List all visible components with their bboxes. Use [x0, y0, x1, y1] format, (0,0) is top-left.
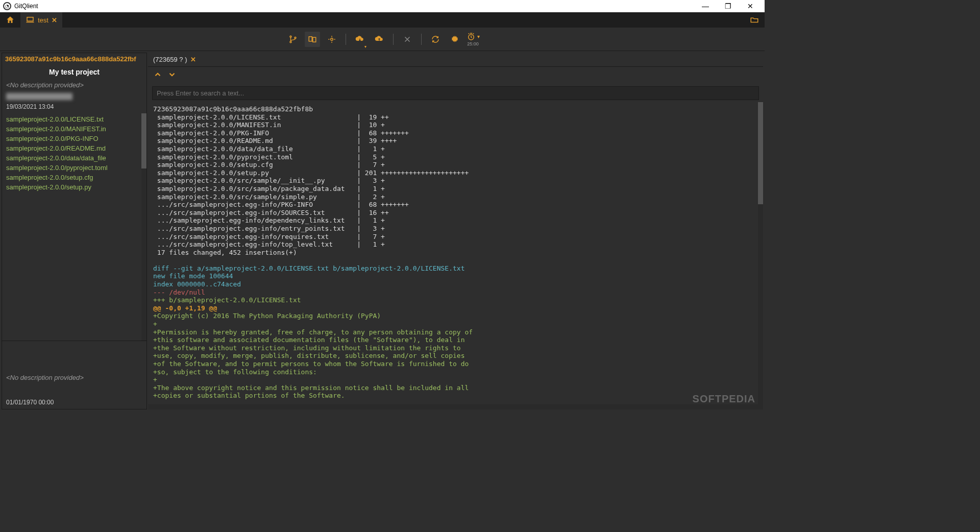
scrollbar-vertical[interactable] — [758, 102, 763, 404]
laptop-icon — [26, 15, 35, 25]
gear-icon — [450, 35, 459, 44]
next-diff-button[interactable] — [167, 70, 177, 81]
author-row — [2, 91, 146, 102]
file-item[interactable]: sampleproject-2.0.0/PKG-INFO — [2, 134, 146, 143]
author-blurred — [6, 93, 72, 100]
file-item[interactable]: sampleproject-2.0.0/data/data_file — [2, 153, 146, 163]
maximize-button[interactable]: ❐ — [717, 0, 739, 12]
commit-hash: 365923087a91c9b16c9aaa66c888da522fbf — [2, 53, 146, 65]
tab-label: test — [38, 16, 48, 24]
diff-tab-close[interactable]: ✕ — [190, 56, 196, 63]
cloud-up-icon — [375, 35, 384, 44]
pomodoro-time: 25:00 — [467, 41, 479, 46]
cloud-down-icon — [355, 35, 364, 44]
svg-rect-0 — [27, 17, 33, 21]
file-item[interactable]: sampleproject-2.0.0/setup.py — [2, 182, 146, 192]
file-list[interactable]: sampleproject-2.0.0/LICENSE.txtsamplepro… — [2, 113, 146, 341]
settings-button[interactable] — [447, 32, 462, 47]
project-description: <No description provided> — [2, 79, 146, 91]
diff-button[interactable] — [305, 32, 320, 47]
scrollbar-thumb[interactable] — [758, 102, 763, 204]
tools-button[interactable] — [400, 32, 415, 47]
home-button[interactable] — [0, 12, 20, 28]
commit-date: 19/03/2021 13:04 — [2, 102, 146, 113]
branch-icon — [288, 35, 298, 44]
chevron-down-icon — [167, 70, 177, 79]
pomodoro-widget[interactable]: ▾ 25:00 — [467, 32, 480, 46]
scrollbar-thumb[interactable] — [141, 113, 146, 168]
main-panel: (723659 ? ) ✕ 72365923087a91c9b16c9aaa66… — [148, 53, 763, 409]
svg-rect-4 — [309, 36, 312, 41]
pull-button[interactable]: ▾ — [352, 32, 368, 47]
watermark: SOFTPEDIA — [693, 393, 755, 405]
sidebar: 365923087a91c9b16c9aaa66c888da522fbf My … — [2, 53, 147, 409]
svg-point-6 — [330, 38, 333, 40]
target-icon — [327, 35, 336, 44]
tools-icon — [403, 35, 412, 44]
minimize-button[interactable]: — — [694, 0, 717, 12]
tab-close-button[interactable]: ✕ — [52, 16, 57, 24]
diff-tab: (723659 ? ) ✕ — [148, 53, 763, 67]
file-item[interactable]: sampleproject-2.0.0/MANIFEST.in — [2, 124, 146, 134]
push-button[interactable] — [372, 32, 387, 47]
svg-point-3 — [295, 37, 296, 38]
folder-open-icon — [750, 15, 759, 25]
app-icon: ◔ — [3, 2, 11, 10]
svg-point-2 — [290, 41, 291, 42]
file-item[interactable]: sampleproject-2.0.0/LICENSE.txt — [2, 114, 146, 124]
home-icon — [6, 15, 15, 25]
close-button[interactable]: ✕ — [739, 0, 762, 12]
file-item[interactable]: sampleproject-2.0.0/pyproject.toml — [2, 163, 146, 173]
bottom-date: 01/01/1970 00:00 — [2, 398, 146, 409]
scrollbar[interactable] — [141, 113, 146, 341]
clock-icon — [467, 32, 476, 41]
diff-tab-label: (723659 ? ) — [153, 56, 187, 63]
diff-icon — [308, 35, 317, 44]
separator — [393, 34, 394, 45]
prev-diff-button[interactable] — [153, 70, 162, 81]
svg-rect-5 — [312, 37, 315, 42]
blame-button[interactable] — [324, 32, 339, 47]
project-name: My test project — [2, 65, 146, 79]
svg-point-1 — [290, 36, 291, 37]
scrollbar-horizontal[interactable] — [148, 404, 763, 409]
tabbar: test ✕ — [0, 12, 765, 28]
chevron-up-icon — [153, 70, 162, 79]
open-folder-button[interactable] — [744, 12, 765, 28]
file-item[interactable]: sampleproject-2.0.0/README.md — [2, 143, 146, 153]
separator — [346, 34, 346, 45]
window-title: GitQlient — [14, 3, 694, 10]
tab-test[interactable]: test ✕ — [20, 12, 62, 28]
refresh-icon — [431, 35, 440, 44]
search-input[interactable] — [152, 86, 759, 100]
bottom-description: <No description provided> — [2, 372, 146, 383]
titlebar: ◔ GitQlient — ❐ ✕ — [0, 0, 765, 12]
toolbar: ▾ ▾ 25:00 — [0, 28, 765, 51]
diff-view[interactable]: 72365923087a91c9b16c9aaa66c888da522fbf8b… — [148, 102, 763, 404]
refresh-button[interactable] — [428, 32, 443, 47]
separator — [421, 34, 422, 45]
file-item[interactable]: sampleproject-2.0.0/setup.cfg — [2, 173, 146, 182]
branch-button[interactable] — [285, 32, 301, 47]
